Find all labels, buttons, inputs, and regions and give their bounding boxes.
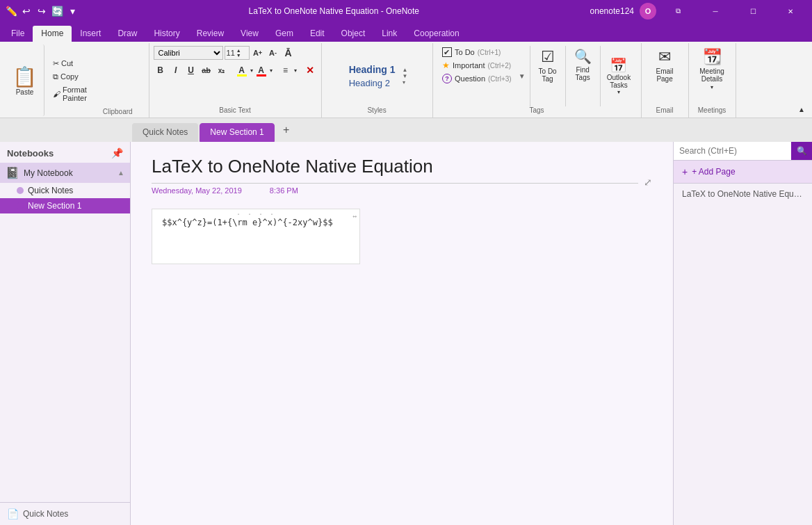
styles-scroll-down-icon[interactable]: ▼ — [403, 73, 408, 79]
pin-icon[interactable]: 📌 — [111, 147, 123, 159]
my-notebook-item[interactable]: 📓 My Notebook ▲ — [0, 163, 130, 183]
format-row: B I U ab x₂ A ▾ A ▾ ≡ ▾ — [154, 63, 317, 77]
align-dropdown-icon[interactable]: ▾ — [294, 67, 297, 74]
content-box-resize-icon[interactable]: ↔ — [352, 212, 357, 220]
ribbon-tabs: File Home Insert Draw History Review Vie… — [0, 22, 812, 42]
tab-quick-notes[interactable]: Quick Notes — [132, 123, 198, 142]
align-button[interactable]: ≡ — [279, 63, 293, 77]
font-size-up-icon[interactable]: ▲ — [236, 48, 241, 53]
redo-icon[interactable]: ↪ — [36, 6, 47, 17]
todo-label: To Do — [455, 48, 475, 56]
font-color-dropdown-icon[interactable]: ▾ — [270, 67, 273, 74]
todo-tag-button[interactable]: ☑ To DoTag — [533, 46, 562, 106]
add-section-button[interactable]: + — [277, 121, 295, 139]
font-row: Calibri 11 ▲ ▼ A+ A- Ā — [154, 46, 295, 60]
tab-gem[interactable]: Gem — [267, 26, 302, 42]
important-tag-item[interactable]: ★ Important (Ctrl+2) — [439, 59, 514, 72]
search-input[interactable] — [674, 142, 791, 160]
maximize-button[interactable]: ☐ — [737, 0, 769, 22]
sync-icon[interactable]: 🔄 — [51, 6, 63, 17]
highlight-button[interactable]: A — [235, 63, 249, 77]
shrink-font-button[interactable]: A- — [266, 46, 280, 60]
tab-new-section-1[interactable]: New Section 1 — [200, 123, 274, 142]
cut-button[interactable]: ✂ Cut — [50, 58, 90, 70]
underline-button[interactable]: U — [184, 63, 198, 77]
heading1-style[interactable]: Heading 1 — [345, 63, 400, 76]
sidebar-section-quick-notes[interactable]: Quick Notes — [0, 183, 130, 198]
paste-button[interactable]: 📋 Paste — [6, 45, 44, 116]
more-icon[interactable]: ▾ — [67, 6, 78, 17]
tab-home[interactable]: Home — [33, 26, 72, 42]
tab-view[interactable]: View — [232, 26, 267, 42]
subscript-button[interactable]: x₂ — [215, 63, 229, 77]
ribbon: 📋 Paste ✂ Cut ⧉ Copy 🖌 Format Painter Cl… — [0, 42, 812, 118]
italic-button[interactable]: I — [169, 63, 183, 77]
strikethrough-button[interactable]: ab — [200, 63, 213, 77]
page-entry-0[interactable]: LaTeX to OneNote Native Equatio — [674, 184, 812, 204]
sidebar-bottom-quick-notes[interactable]: 📄 Quick Notes — [0, 502, 130, 525]
font-color-button[interactable]: A — [254, 63, 268, 77]
clear-format-button[interactable]: Ā — [282, 46, 295, 60]
clear-button[interactable]: ✕ — [303, 63, 317, 77]
collapse-ribbon-button[interactable]: ▲ — [797, 104, 806, 115]
tags-dropdown[interactable]: ▼ — [517, 46, 527, 106]
email-icon: ✉ — [658, 48, 671, 66]
titlebar: ✏️ ↩ ↪ 🔄 ▾ LaTeX to OneNote Native Equat… — [0, 0, 812, 22]
clipboard-label: Clipboard — [90, 106, 146, 116]
minimize-button[interactable]: ─ — [699, 0, 731, 22]
font-selector[interactable]: Calibri — [154, 46, 223, 60]
user-avatar[interactable]: O — [640, 3, 656, 19]
undo-icon[interactable]: ↩ — [21, 6, 32, 17]
equation-content[interactable]: $$x^{y^z}=(1+{\rm e}^x)^{-2xy^w}$$ — [162, 218, 333, 227]
question-tag-item[interactable]: ? Question (Ctrl+3) — [439, 72, 514, 85]
page-title: LaTeX to OneNote Native Equation — [152, 156, 638, 184]
meetings-group: 📆 MeetingDetails ▾ Meetings — [689, 43, 736, 118]
content-box[interactable]: · · · · ↔ $$x^{y^z}=(1+{\rm e}^x)^{-2xy^… — [152, 209, 360, 264]
styles-expand-icon[interactable]: ▾ — [403, 79, 408, 86]
heading2-style[interactable]: Heading 2 — [345, 76, 400, 90]
close-button[interactable]: ✕ — [774, 0, 806, 22]
sidebar-spacer — [0, 213, 130, 502]
tab-file[interactable]: File — [3, 26, 33, 42]
page-date: Wednesday, May 22, 2019 — [152, 186, 242, 195]
tags-dropdown-icon: ▼ — [519, 72, 526, 80]
font-color-icon: A — [258, 65, 264, 75]
bold-button[interactable]: B — [154, 63, 168, 77]
highlight-dropdown-icon[interactable]: ▾ — [250, 67, 253, 74]
grow-font-button[interactable]: A+ — [251, 46, 265, 60]
email-page-button[interactable]: ✉ EmailPage — [646, 46, 684, 85]
sidebar-section-new-section-1[interactable]: New Section 1 — [0, 198, 130, 213]
tab-review[interactable]: Review — [188, 26, 232, 42]
meeting-icon: 📆 — [703, 48, 722, 66]
tab-cooperation[interactable]: Cooperation — [405, 26, 467, 42]
tab-object[interactable]: Object — [333, 26, 374, 42]
outlook-dropdown-icon[interactable]: ▾ — [617, 89, 620, 95]
todo-tag-item[interactable]: ✔ To Do (Ctrl+1) — [439, 46, 514, 58]
tab-history[interactable]: History — [145, 26, 188, 42]
meeting-details-button[interactable]: 📆 MeetingDetails ▾ — [693, 46, 731, 92]
tab-link[interactable]: Link — [373, 26, 405, 42]
section-tabs: Quick Notes New Section 1 + — [0, 118, 812, 142]
font-size-down-icon[interactable]: ▼ — [236, 53, 241, 58]
styles-scroll-up-icon[interactable]: ▲ — [403, 67, 408, 73]
add-page-button[interactable]: + + Add Page — [674, 161, 812, 184]
important-shortcut: (Ctrl+2) — [487, 62, 511, 70]
notebook-collapse-icon[interactable]: ▲ — [117, 169, 124, 177]
important-label: Important — [453, 61, 485, 70]
restore-down-icon[interactable]: ⧉ — [662, 0, 694, 22]
paste-label: Paste — [16, 88, 34, 96]
tab-draw[interactable]: Draw — [109, 26, 145, 42]
copy-button[interactable]: ⧉ Copy — [50, 71, 90, 83]
outlook-tasks-button[interactable]: 📅 OutlookTasks ▾ — [603, 46, 634, 106]
tab-edit[interactable]: Edit — [302, 26, 333, 42]
notebook-name: My Notebook — [24, 168, 113, 178]
tab-insert[interactable]: Insert — [72, 26, 109, 42]
expand-button[interactable]: ⤢ — [644, 177, 652, 188]
question-icon: ? — [442, 74, 452, 83]
search-icon: 🔍 — [797, 146, 807, 156]
meeting-dropdown-icon[interactable]: ▾ — [710, 84, 713, 90]
find-tags-button[interactable]: 🔍 FindTags — [569, 46, 597, 106]
format-painter-button[interactable]: 🖌 Format Painter — [50, 84, 90, 104]
pen-icon[interactable]: ✏️ — [6, 6, 17, 17]
search-button[interactable]: 🔍 — [791, 142, 812, 160]
